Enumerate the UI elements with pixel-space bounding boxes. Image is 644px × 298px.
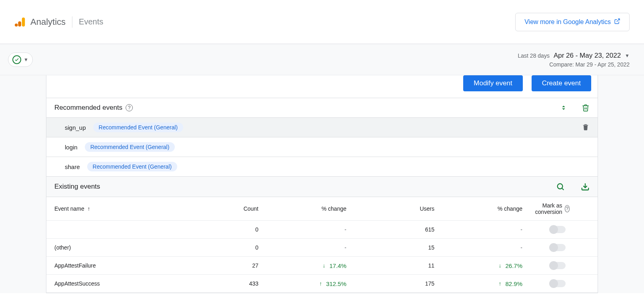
- pct-value: 82.9%: [505, 280, 522, 287]
- status-chip[interactable]: ▼: [8, 52, 33, 67]
- pct-value: 26.7%: [505, 262, 522, 269]
- cell-count-change: -: [266, 226, 354, 233]
- conversion-toggle[interactable]: [550, 280, 566, 287]
- recommended-name: share: [65, 163, 80, 170]
- cell-event-name: AppAttestFailure: [54, 262, 218, 269]
- cell-users-change: -: [442, 244, 530, 251]
- analytics-logo-icon: [14, 16, 26, 28]
- subheader-bar: ▼ Last 28 days Apr 26 - May 23, 2022 ▼ C…: [0, 44, 644, 75]
- brand-text: Analytics: [30, 17, 66, 27]
- cell-users: 615: [354, 226, 442, 233]
- col-header-count[interactable]: Count: [218, 205, 266, 212]
- cell-count: 0: [218, 244, 266, 251]
- svg-point-4: [558, 184, 563, 189]
- check-circle-icon: [12, 55, 21, 64]
- table-header-row: Event name ↑ Count % change Users % chan…: [46, 197, 598, 221]
- recommended-row-signup[interactable]: sign_up Recommended Event (General): [46, 118, 598, 137]
- chevron-down-icon: ▼: [625, 53, 630, 58]
- search-icon[interactable]: [556, 182, 565, 191]
- date-compare-value: Compare: Mar 29 - Apr 25, 2022: [518, 61, 630, 68]
- svg-rect-0: [22, 17, 25, 26]
- trash-icon[interactable]: [582, 123, 590, 132]
- cell-users: 11: [354, 262, 442, 269]
- table-row[interactable]: AppAttestFailure2717.4%1126.7%: [46, 257, 598, 275]
- help-icon[interactable]: ?: [126, 104, 133, 111]
- svg-rect-1: [18, 21, 21, 26]
- recommended-events-title: Recommended events: [54, 104, 122, 112]
- cell-count-change: 312.5%: [266, 280, 354, 287]
- col-header-uchange[interactable]: % change: [442, 205, 530, 212]
- help-icon[interactable]: ?: [565, 205, 570, 212]
- recommended-chip: Recommended Event (General): [87, 162, 178, 171]
- cell-users: 15: [354, 244, 442, 251]
- conversion-toggle[interactable]: [550, 262, 566, 269]
- col-header-conversion: Mark as conversion ?: [530, 202, 590, 215]
- table-row[interactable]: AppAttestSuccess433312.5%17582.9%: [46, 275, 598, 293]
- app-header: Analytics Events View more in Google Ana…: [0, 0, 644, 44]
- arrow-down-icon: [322, 262, 325, 269]
- view-more-button[interactable]: View more in Google Analytics: [515, 13, 630, 31]
- cell-count: 0: [218, 226, 266, 233]
- cell-users-change: -: [442, 226, 530, 233]
- create-event-button[interactable]: Create event: [532, 75, 591, 91]
- cell-conversion-toggle: [530, 244, 590, 251]
- recommended-row-login[interactable]: login Recommended Event (General): [46, 137, 598, 157]
- chevron-down-icon: ▼: [24, 57, 28, 62]
- recommended-chip: Recommended Event (General): [93, 123, 184, 132]
- cell-count-change: 17.4%: [266, 262, 354, 269]
- svg-point-2: [15, 23, 18, 26]
- cell-conversion-toggle: [530, 262, 590, 269]
- pct-value: 312.5%: [326, 280, 346, 287]
- header-divider: [72, 16, 72, 28]
- action-row: Modify event Create event: [46, 75, 598, 98]
- svg-line-5: [562, 188, 564, 190]
- content-area: Modify event Create event Recommended ev…: [0, 75, 644, 293]
- arrow-up-icon: [319, 280, 322, 287]
- page-title: Events: [79, 17, 103, 26]
- modify-event-button[interactable]: Modify event: [463, 75, 522, 91]
- cell-users-change: 82.9%: [442, 280, 530, 287]
- sort-toggle-icon[interactable]: [560, 104, 567, 111]
- recommended-name: login: [65, 144, 78, 151]
- col-header-name[interactable]: Event name ↑: [54, 205, 218, 212]
- cell-users-change: 26.7%: [442, 262, 530, 269]
- recommended-events-header: Recommended events ?: [46, 98, 598, 118]
- recommended-name: sign_up: [65, 124, 86, 131]
- col-header-users[interactable]: Users: [354, 205, 442, 212]
- cell-count: 27: [218, 262, 266, 269]
- pct-value: 17.4%: [329, 262, 346, 269]
- date-range-value: Apr 26 - May 23, 2022: [554, 52, 621, 60]
- arrow-down-icon: [498, 262, 501, 269]
- arrow-up-icon: [498, 280, 501, 287]
- download-icon[interactable]: [581, 182, 590, 191]
- header-left: Analytics Events: [14, 16, 103, 28]
- cell-count-change: -: [266, 244, 354, 251]
- cell-conversion-toggle: [530, 280, 590, 287]
- date-range-label: Last 28 days: [518, 52, 550, 59]
- cell-count: 433: [218, 280, 266, 287]
- events-panel: Modify event Create event Recommended ev…: [46, 75, 598, 293]
- svg-line-3: [617, 19, 620, 22]
- table-row[interactable]: 0-615-: [46, 221, 598, 239]
- trash-icon[interactable]: [582, 104, 590, 112]
- recommended-chip: Recommended Event (General): [85, 142, 175, 152]
- date-range-block[interactable]: Last 28 days Apr 26 - May 23, 2022 ▼ Com…: [518, 52, 636, 68]
- cell-event-name: (other): [54, 244, 218, 251]
- sort-asc-icon: ↑: [88, 205, 90, 212]
- recommended-row-share[interactable]: share Recommended Event (General): [46, 157, 598, 177]
- table-row[interactable]: (other)0-15-: [46, 239, 598, 257]
- view-more-label: View more in Google Analytics: [524, 18, 611, 26]
- existing-events-title: Existing events: [54, 183, 100, 191]
- cell-event-name: AppAttestSuccess: [54, 280, 218, 287]
- external-link-icon: [614, 18, 620, 26]
- col-header-change[interactable]: % change: [266, 205, 354, 212]
- conversion-toggle[interactable]: [550, 244, 566, 251]
- conversion-toggle[interactable]: [550, 226, 566, 233]
- cell-conversion-toggle: [530, 226, 590, 233]
- cell-users: 175: [354, 280, 442, 287]
- analytics-logo-group: Analytics: [14, 16, 66, 28]
- existing-events-header: Existing events: [46, 177, 598, 197]
